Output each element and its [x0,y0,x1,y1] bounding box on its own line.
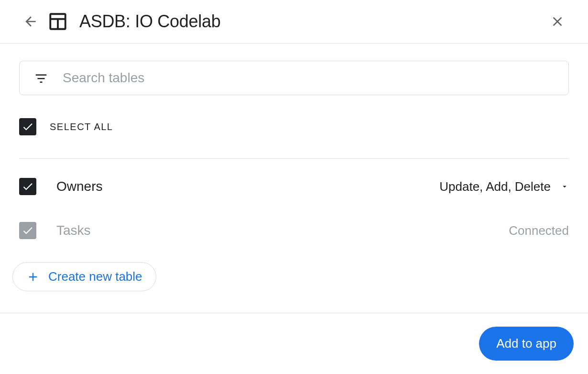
dialog-title: ASDB: IO Codelab [79,11,220,32]
dialog-header: ASDB: IO Codelab [0,0,588,44]
filter-icon-box [20,61,63,95]
table-checkbox-owners[interactable] [19,178,36,195]
status-area: Connected [509,223,569,238]
checkmark-icon [22,121,34,133]
search-input[interactable] [63,61,568,95]
chevron-down-icon [560,182,569,191]
select-all-label: SELECT ALL [50,121,113,132]
table-name-label: Tasks [56,223,91,238]
dialog-footer: Add to app [0,313,588,374]
table-name-label: Owners [56,179,102,194]
select-all-row: SELECT ALL [19,118,569,159]
table-checkbox-tasks [19,222,36,239]
database-icon [48,11,68,32]
table-list: Owners Update, Add, Delete Tasks Connect… [19,165,569,253]
table-row: Owners Update, Add, Delete [19,165,569,209]
connected-label: Connected [509,223,569,238]
checkmark-icon [22,224,34,237]
dialog-content: SELECT ALL Owners Update, Add, Delete [0,44,588,291]
close-button[interactable] [548,12,567,31]
plus-icon [26,270,40,284]
permissions-dropdown[interactable]: Update, Add, Delete [439,179,569,194]
arrow-left-icon [23,14,38,29]
search-container [19,61,569,95]
table-row: Tasks Connected [19,209,569,253]
create-table-button[interactable]: Create new table [12,262,156,291]
checkmark-icon [22,180,34,193]
select-all-checkbox[interactable] [19,118,36,135]
filter-icon [34,71,48,85]
back-button[interactable] [21,12,40,31]
create-table-label: Create new table [48,269,142,284]
permissions-label: Update, Add, Delete [439,179,551,194]
close-icon [550,14,565,29]
add-to-app-button[interactable]: Add to app [479,327,574,361]
